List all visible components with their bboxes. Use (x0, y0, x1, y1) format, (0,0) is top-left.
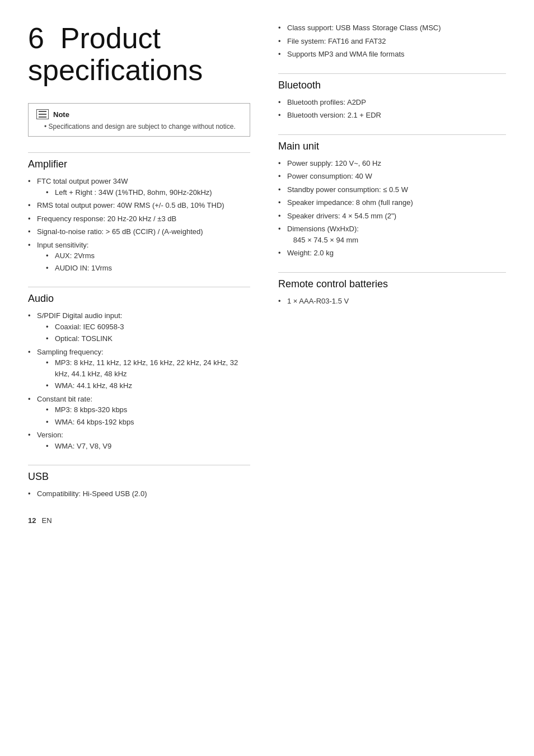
list-item: Standby power consumption: ≤ 0.5 W (278, 184, 506, 195)
remote-control-list: 1 × AAA-R03-1.5 V (278, 296, 506, 307)
amplifier-title: Amplifier (28, 158, 250, 170)
audio-divider (28, 287, 250, 287)
list-item: FTC total output power 34W Left + Right … (28, 176, 250, 198)
bluetooth-list: Bluetooth profiles: A2DP Bluetooth versi… (278, 97, 506, 121)
list-item: AUDIO IN: 1Vrms (46, 263, 250, 274)
section-main-unit: Main unit Power supply: 120 V~, 60 Hz Po… (278, 134, 506, 259)
list-item: Class support: USB Mass Storage Class (M… (278, 22, 506, 34)
list-item: Weight: 2.0 kg (278, 248, 506, 259)
note-header: Note (36, 109, 242, 119)
list-item: S/PDIF Digital audio input: Coaxial: IEC… (28, 310, 250, 344)
section-amplifier: Amplifier FTC total output power 34W Lef… (28, 152, 250, 273)
list-item: Sampling frequency: MP3: 8 kHz, 11 kHz, … (28, 347, 250, 391)
list-item: RMS total output power: 40W RMS (+/- 0.5… (28, 200, 250, 211)
list-item: 1 × AAA-R03-1.5 V (278, 296, 506, 307)
title-text: Productspecifications (28, 22, 203, 86)
usb-divider (28, 465, 250, 465)
list-item: MP3: 8 kbps-320 kbps (46, 404, 250, 416)
note-icon (36, 109, 49, 119)
list-item: Bluetooth version: 2.1 + EDR (278, 110, 506, 121)
bluetooth-divider (278, 73, 506, 74)
bluetooth-title: Bluetooth (278, 80, 506, 91)
audio-list: S/PDIF Digital audio input: Coaxial: IEC… (28, 310, 250, 451)
note-text: Specifications and design are subject to… (36, 123, 242, 130)
amplifier-sub-list: Left + Right : 34W (1%THD, 8ohm, 90Hz-20… (37, 187, 250, 198)
section-bluetooth: Bluetooth Bluetooth profiles: A2DP Bluet… (278, 73, 506, 121)
page-footer: 12 EN (28, 516, 250, 525)
right-column: Class support: USB Mass Storage Class (M… (267, 22, 506, 525)
page-container: 6 Productspecifications Note Specificati… (28, 22, 506, 525)
page-title: 6 Productspecifications (28, 22, 250, 86)
list-item: WMA: 64 kbps-192 kbps (46, 417, 250, 428)
remote-divider (278, 272, 506, 273)
amplifier-list: FTC total output power 34W Left + Right … (28, 176, 250, 273)
page-language: EN (41, 516, 51, 525)
usb-continued: Class support: USB Mass Storage Class (M… (278, 22, 506, 60)
list-item: Constant bit rate: MP3: 8 kbps-320 kbps … (28, 394, 250, 428)
main-unit-list: Power supply: 120 V~, 60 Hz Power consum… (278, 158, 506, 259)
section-remote-control: Remote control batteries 1 × AAA-R03-1.5… (278, 272, 506, 307)
list-item: AUX: 2Vrms (46, 250, 250, 262)
remote-control-title: Remote control batteries (278, 278, 506, 290)
list-item: File system: FAT16 and FAT32 (278, 36, 506, 47)
usb-title: USB (28, 471, 250, 483)
section-usb: USB Compatibility: Hi-Speed USB (2.0) (28, 465, 250, 500)
list-item: WMA: V7, V8, V9 (46, 441, 250, 452)
usb-continued-list: Class support: USB Mass Storage Class (M… (278, 22, 506, 60)
list-item: Dimensions (WxHxD): 845 × 74.5 × 94 mm (278, 223, 506, 245)
left-column: 6 Productspecifications Note Specificati… (28, 22, 267, 525)
amplifier-input-sub: AUX: 2Vrms AUDIO IN: 1Vrms (37, 250, 250, 273)
list-item: Supports MP3 and WMA file formats (278, 49, 506, 60)
list-item: Version: WMA: V7, V8, V9 (28, 430, 250, 451)
list-item: Power supply: 120 V~, 60 Hz (278, 158, 506, 169)
main-unit-title: Main unit (278, 141, 506, 152)
list-item: Optical: TOSLINK (46, 333, 250, 344)
note-box: Note Specifications and design are subje… (28, 103, 250, 137)
list-item: Signal-to-noise ratio: > 65 dB (CCIR) / … (28, 226, 250, 237)
audio-title: Audio (28, 293, 250, 305)
list-item: Input sensitivity: AUX: 2Vrms AUDIO IN: … (28, 240, 250, 274)
list-item: Speaker impedance: 8 ohm (full range) (278, 197, 506, 208)
main-unit-divider (278, 134, 506, 135)
section-audio: Audio S/PDIF Digital audio input: Coaxia… (28, 287, 250, 451)
list-item: Coaxial: IEC 60958-3 (46, 321, 250, 333)
page-number: 12 (28, 516, 36, 525)
list-item: Left + Right : 34W (1%THD, 8ohm, 90Hz-20… (46, 187, 250, 198)
list-item: Compatibility: Hi-Speed USB (2.0) (28, 488, 250, 500)
amplifier-divider (28, 152, 250, 153)
list-item: Bluetooth profiles: A2DP (278, 97, 506, 108)
list-item: MP3: 8 kHz, 11 kHz, 12 kHz, 16 kHz, 22 k… (46, 357, 250, 379)
list-item: Frequency response: 20 Hz-20 kHz / ±3 dB (28, 213, 250, 225)
chapter-number: 6 (28, 22, 44, 54)
list-item: Power consumption: 40 W (278, 171, 506, 182)
list-item: WMA: 44.1 kHz, 48 kHz (46, 380, 250, 391)
list-item: Speaker drivers: 4 × 54.5 mm (2") (278, 211, 506, 222)
note-label: Note (53, 110, 69, 119)
usb-list: Compatibility: Hi-Speed USB (2.0) (28, 488, 250, 500)
